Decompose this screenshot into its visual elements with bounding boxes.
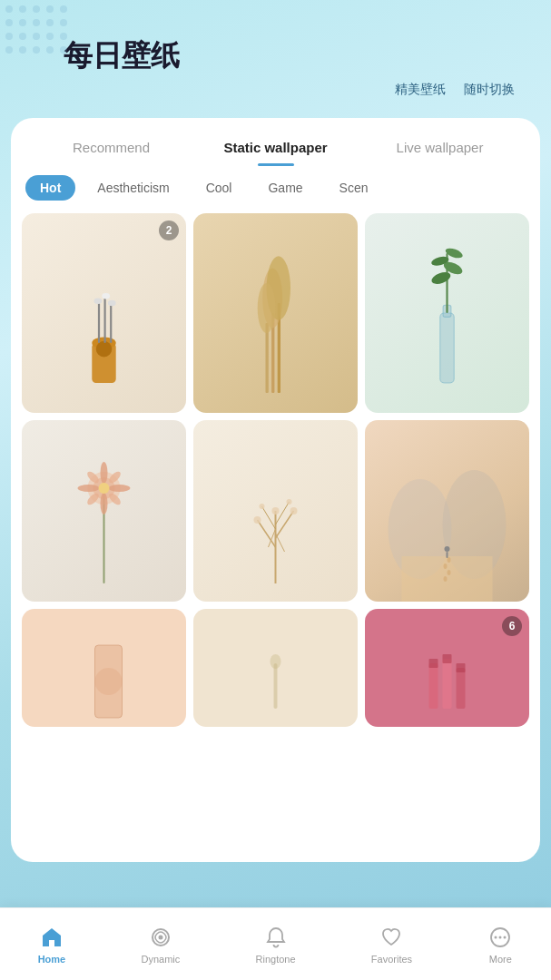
nav-dynamic-label: Dynamic xyxy=(141,954,180,965)
app-title: 每日壁纸 xyxy=(64,36,533,76)
svg-point-90 xyxy=(504,936,507,938)
tab-recommend[interactable]: Recommend xyxy=(29,132,193,166)
svg-point-9 xyxy=(60,19,67,26)
svg-point-78 xyxy=(271,654,281,669)
svg-point-26 xyxy=(94,299,103,305)
svg-point-13 xyxy=(46,33,54,40)
wallpaper-desert[interactable] xyxy=(365,420,529,602)
wallpaper-peach[interactable] xyxy=(22,609,186,727)
svg-point-10 xyxy=(5,33,13,40)
svg-rect-35 xyxy=(440,313,454,383)
svg-rect-79 xyxy=(429,663,438,709)
svg-point-69 xyxy=(444,576,448,582)
svg-point-4 xyxy=(60,5,67,13)
svg-point-11 xyxy=(19,33,26,40)
svg-line-56 xyxy=(276,511,294,538)
subtitle1: 精美壁纸 xyxy=(395,82,446,98)
svg-point-61 xyxy=(260,504,265,509)
chip-aestheticism[interactable]: Aestheticism xyxy=(83,175,183,201)
svg-point-76 xyxy=(95,668,123,695)
svg-point-15 xyxy=(5,46,13,54)
nav-home-label: Home xyxy=(38,954,66,965)
chip-game[interactable]: Game xyxy=(253,175,317,201)
nav-dynamic[interactable]: Dynamic xyxy=(126,917,194,972)
svg-rect-84 xyxy=(457,663,466,672)
chips-row: Hot Aestheticism Cool Game Scen xyxy=(11,166,540,210)
wallpaper-pink[interactable]: 6 xyxy=(365,609,529,727)
svg-rect-81 xyxy=(457,668,466,709)
badge-pink: 6 xyxy=(502,616,522,636)
wallpaper-sand[interactable] xyxy=(193,609,358,727)
wallpaper-flower[interactable] xyxy=(22,420,186,602)
svg-point-8 xyxy=(46,19,54,26)
svg-point-70 xyxy=(448,570,451,575)
svg-point-89 xyxy=(499,936,502,938)
svg-point-12 xyxy=(33,33,40,40)
svg-rect-74 xyxy=(447,552,448,558)
svg-point-5 xyxy=(5,19,13,26)
subtitle2: 随时切换 xyxy=(464,82,515,98)
svg-point-47 xyxy=(78,485,100,492)
svg-point-60 xyxy=(290,507,298,514)
nav-favorites-label: Favorites xyxy=(371,954,412,965)
subtitle-row: 精美壁纸 随时切换 xyxy=(18,82,533,98)
nav-home[interactable]: Home xyxy=(24,917,81,972)
wallpaper-reed[interactable] xyxy=(193,213,358,413)
svg-rect-82 xyxy=(429,659,438,668)
svg-point-6 xyxy=(19,19,26,26)
svg-point-14 xyxy=(60,33,67,40)
svg-point-2 xyxy=(33,5,40,13)
svg-point-17 xyxy=(33,46,40,54)
svg-rect-23 xyxy=(98,303,100,343)
wallpaper-vase[interactable]: 2 xyxy=(22,213,186,413)
svg-rect-31 xyxy=(266,323,269,393)
svg-rect-24 xyxy=(104,299,106,344)
svg-point-7 xyxy=(33,19,40,26)
svg-point-48 xyxy=(109,485,131,492)
tab-static-wallpaper[interactable]: Static wallpaper xyxy=(193,132,358,166)
nav-ringtone[interactable]: Ringtone xyxy=(241,917,310,972)
wallpaper-plant[interactable] xyxy=(365,213,529,413)
svg-rect-25 xyxy=(110,305,112,343)
svg-rect-80 xyxy=(443,659,452,709)
svg-point-3 xyxy=(46,5,54,13)
svg-point-34 xyxy=(258,283,276,333)
svg-point-62 xyxy=(287,499,292,505)
svg-line-65 xyxy=(276,534,285,552)
svg-point-45 xyxy=(101,462,108,484)
svg-point-18 xyxy=(46,46,54,54)
svg-rect-83 xyxy=(443,654,452,663)
svg-point-16 xyxy=(19,46,26,54)
svg-point-46 xyxy=(101,493,108,514)
svg-point-72 xyxy=(448,557,451,563)
svg-point-86 xyxy=(158,935,162,939)
wallpaper-grid: 2 xyxy=(11,210,540,738)
tab-live-wallpaper[interactable]: Live wallpaper xyxy=(358,132,522,166)
svg-point-63 xyxy=(272,507,280,514)
nav-more[interactable]: More xyxy=(473,917,527,972)
chip-hot[interactable]: Hot xyxy=(25,175,75,201)
chip-scene[interactable]: Scen xyxy=(325,175,383,201)
svg-point-0 xyxy=(5,5,13,13)
bottom-nav: Home Dynamic Ringtone Favorites More xyxy=(0,907,551,980)
svg-point-28 xyxy=(108,300,116,307)
tabs-row: Recommend Static wallpaper Live wallpape… xyxy=(11,118,540,166)
svg-point-53 xyxy=(99,483,110,494)
svg-point-22 xyxy=(96,341,113,358)
svg-rect-77 xyxy=(274,663,278,709)
nav-more-label: More xyxy=(489,954,512,965)
svg-point-19 xyxy=(60,46,67,54)
svg-point-71 xyxy=(444,564,448,569)
main-card: Recommend Static wallpaper Live wallpape… xyxy=(11,118,540,862)
badge-vase: 2 xyxy=(159,220,179,240)
svg-point-27 xyxy=(102,293,110,299)
svg-point-73 xyxy=(445,546,450,552)
svg-point-88 xyxy=(495,936,497,938)
chip-cool[interactable]: Cool xyxy=(192,175,247,201)
svg-point-1 xyxy=(19,5,26,13)
wallpaper-branch[interactable] xyxy=(193,420,358,602)
svg-point-59 xyxy=(254,516,261,524)
svg-point-38 xyxy=(430,270,452,287)
nav-ringtone-label: Ringtone xyxy=(256,954,296,965)
nav-favorites[interactable]: Favorites xyxy=(357,917,427,972)
